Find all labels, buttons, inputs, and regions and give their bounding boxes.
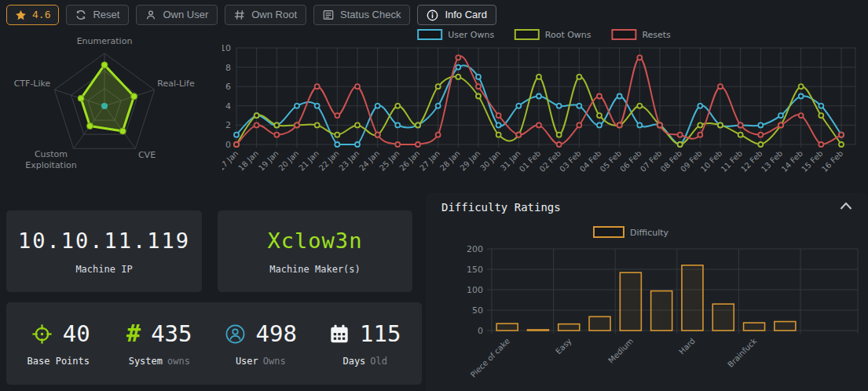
base-points-value: 40	[63, 320, 90, 347]
stat-user-owns: 498 User Owns	[225, 320, 297, 367]
x-tick-label: 25 Jan	[378, 149, 401, 173]
x-tick-label: 27 Jan	[418, 149, 441, 173]
machine-maker-value: Xclow3n	[268, 228, 363, 253]
difficulty-bar	[682, 265, 703, 331]
user-owns-value: 498	[256, 320, 297, 347]
svg-text:Resets: Resets	[642, 30, 671, 40]
x-tick-label: 16 Feb	[820, 149, 845, 174]
difficulty-tick-label: Medium	[606, 337, 635, 365]
stat-system-owns: # 435 System owns	[126, 320, 192, 367]
legend-item-resets[interactable]: Resets	[612, 30, 671, 40]
days-old-label: Days	[342, 356, 365, 367]
toolbar: 4.6 Reset Own User	[6, 5, 496, 25]
svg-text:8: 8	[225, 63, 231, 73]
svg-text:Custom: Custom	[35, 149, 68, 159]
radar-axis-label: Enumeration	[77, 36, 133, 46]
info-card-button[interactable]: Info Card	[417, 5, 496, 25]
status-list-icon	[323, 9, 334, 20]
svg-text:Root Owns: Root Owns	[545, 30, 591, 40]
svg-text:200: 200	[467, 244, 483, 254]
x-tick-label: 06 Feb	[618, 149, 643, 174]
user-owns-label: User	[236, 356, 258, 367]
difficulty-bar	[775, 322, 796, 331]
difficulty-bar	[589, 316, 610, 331]
difficulty-header: Difficulty Ratings	[426, 193, 868, 214]
x-tick-label: 21 Jan	[297, 149, 320, 173]
x-tick-label: 02 Feb	[538, 149, 563, 174]
x-tick-label: 04 Feb	[578, 149, 603, 174]
difficulty-bar	[651, 291, 672, 331]
radar-axis-label: Real-Life	[157, 79, 195, 89]
x-tick-label: 03 Feb	[558, 149, 583, 174]
hash-icon	[234, 9, 245, 20]
machine-ip-value: 10.10.11.119	[18, 228, 190, 253]
legend-item-user-owns[interactable]: User Owns	[418, 30, 494, 40]
own-root-button[interactable]: Own Root	[225, 5, 306, 25]
difficulty-tick-label: Piece of cake	[469, 337, 511, 379]
x-tick-label: 15 Feb	[800, 149, 825, 174]
radar-center-point	[101, 103, 108, 109]
x-tick-label: 26 Jan	[397, 149, 421, 173]
svg-text:Exploitation: Exploitation	[25, 160, 76, 170]
difficulty-bar	[620, 272, 641, 331]
own-root-label: Own Root	[251, 8, 297, 22]
stat-days-old: 115 Days Old	[329, 320, 401, 367]
difficulty-bar	[527, 330, 548, 331]
svg-text:Difficulty: Difficulty	[630, 228, 669, 238]
machine-rating-radar-chart: EnumerationReal-LifeCVECustomExploitatio…	[0, 30, 220, 192]
chevron-up-icon	[840, 202, 852, 210]
refresh-icon	[75, 9, 86, 20]
machine-maker-card: Xclow3n Machine Maker(s)	[218, 210, 412, 292]
machine-ip-label: Machine IP	[75, 264, 132, 275]
x-tick-label: 09 Feb	[679, 149, 704, 174]
star-icon	[15, 9, 27, 21]
difficulty-bar	[744, 323, 765, 331]
x-tick-label: 11 Feb	[720, 149, 745, 174]
machine-dashboard: 4.6 Reset Own User	[0, 0, 868, 391]
difficulty-panel: Difficulty Ratings 050100150200Piece of …	[426, 193, 868, 391]
hash-icon: #	[126, 323, 141, 344]
radar-data	[78, 62, 137, 134]
difficulty-collapse-button[interactable]	[838, 199, 854, 214]
difficulty-bar	[712, 304, 734, 331]
status-check-button[interactable]: Status Check	[313, 5, 410, 25]
legend-item-root-owns[interactable]: Root Owns	[515, 30, 591, 40]
radar-axis-label: CTF-Like	[14, 79, 51, 89]
rating-value: 4.6	[32, 8, 50, 22]
x-tick-label: 12 Feb	[739, 149, 764, 174]
svg-text:0: 0	[478, 326, 483, 336]
svg-text:4: 4	[225, 101, 231, 111]
x-tick-label: 08 Feb	[659, 149, 684, 174]
ownership-activity-chart: 024681017 Jan18 Jan19 Jan20 Jan21 Jan22 …	[222, 27, 868, 193]
person-circle-icon	[225, 323, 246, 345]
rating-badge: 4.6	[6, 5, 59, 25]
x-tick-label: 01 Feb	[518, 149, 543, 174]
machine-ip-card: 10.10.11.119 Machine IP	[6, 210, 202, 292]
reset-button[interactable]: Reset	[66, 5, 129, 25]
x-tick-label: 17 Jan	[222, 149, 240, 173]
x-tick-label: 24 Jan	[357, 149, 381, 173]
x-tick-label: 28 Jan	[438, 149, 462, 173]
own-user-button[interactable]: Own User	[136, 5, 218, 25]
svg-text:150: 150	[467, 265, 483, 275]
difficulty-title: Difficulty Ratings	[441, 201, 561, 214]
difficulty-tick-label: Brainfuck	[726, 336, 758, 368]
svg-text:2: 2	[225, 120, 231, 130]
days-old-value: 115	[360, 320, 401, 347]
legend-item-difficulty[interactable]: Difficulty	[594, 227, 669, 238]
x-tick-label: 05 Feb	[599, 149, 624, 174]
x-tick-label: 10 Feb	[699, 149, 724, 174]
difficulty-bar	[559, 324, 580, 331]
base-points-label: Base Points	[27, 356, 90, 367]
user-icon	[145, 9, 156, 20]
difficulty-tick-label: Hard	[677, 337, 697, 356]
system-owns-label: System	[129, 356, 163, 367]
calendar-icon	[329, 323, 350, 344]
info-icon	[427, 9, 438, 21]
svg-text:50: 50	[472, 305, 483, 316]
stats-card: 40 Base Points # 435 System owns	[6, 302, 422, 385]
svg-text:6: 6	[225, 82, 231, 92]
info-card-label: Info Card	[445, 8, 486, 22]
own-user-label: Own User	[163, 8, 208, 22]
machine-maker-label: Machine Maker(s)	[269, 264, 361, 275]
